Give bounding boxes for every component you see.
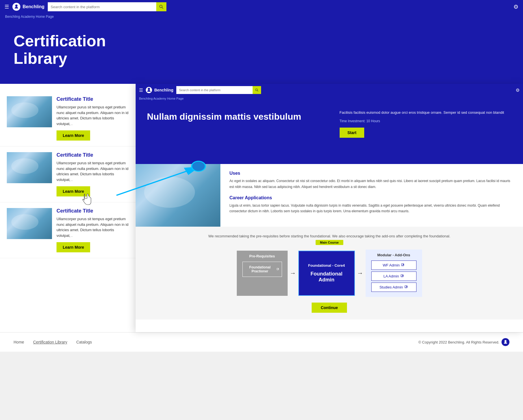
footer-link-cert-library[interactable]: Certification Library [33,340,67,344]
foundational-box: Foundational - Core4 Foundational Admin [298,251,355,296]
cert-info-1: Certificate Title Ullamcorper purus sit … [57,96,129,141]
prereq-area: We recommended taking the pre-requisites… [136,227,523,320]
cert-thumb-3 [7,208,52,239]
expanded-detail-panel: ☰ Benchling ⚙ Benchling Academy Ho [136,84,523,332]
cert-title-3: Certificate Title [57,208,129,214]
main-content: Certificate Title Ullamcorper purus sit … [0,84,523,332]
app-title: Benchling [23,4,44,9]
cert-list: Certificate Title Ullamcorper purus sit … [0,84,136,332]
inner-breadcrumb: Benchling Academy Home Page [136,96,523,102]
page-footer: Home Certification Library Catalogs © Co… [0,332,523,352]
learn-more-btn-3[interactable]: Learn More [57,242,90,252]
learn-more-btn-2[interactable]: Learn More [57,186,90,196]
cert-desc-2: Ullamcorper purus sit tempus eget pretiu… [57,160,129,182]
career-title: Career Applications [229,195,514,200]
addons-box-title: Modular - Add-Ons [377,253,410,257]
uses-text: Ac eget in sodales ac aliquam. Consectet… [229,178,514,190]
svg-point-0 [15,5,18,7]
addon-wf-label: WF Admin [383,263,400,267]
search-input[interactable] [48,2,156,11]
addon-la-admin[interactable]: LA Admin [371,272,416,281]
inner-logo: Benchling [146,87,173,93]
cert-desc-1: Ullamcorper purus sit tempus eget pretiu… [57,104,129,126]
detail-hero: Nullam dignissim mattis vestibulum Facil… [136,102,523,164]
footer-copyright: © Copyright 2022 Benchling. All Rights R… [418,338,509,346]
inner-search-button[interactable] [253,86,261,94]
svg-point-1 [160,5,162,8]
cert-title-1: Certificate Title [57,96,129,102]
inner-logo-icon [146,87,152,93]
detail-hero-description: Facilisis facilisis euismod dolor augue … [340,110,514,116]
prereq-item-label: Foundational Practioner [245,265,275,273]
copyright-text: © Copyright 2022 Benchling. All Rights R… [418,340,499,344]
breadcrumb-item: Benchling Academy Home Page [5,15,54,19]
prereq-box: Pre-Requisites Foundational Practioner [237,251,288,296]
inner-navbar: ☰ Benchling ⚙ [136,84,523,96]
cert-info-2: Certificate Title Ullamcorper purus sit … [57,152,129,196]
logo-area: Benchling [12,3,44,11]
cert-desc-3: Ullamcorper purus sit tempus eget pretiu… [57,216,129,238]
svg-line-2 [162,7,163,9]
cert-item-1: Certificate Title Ullamcorper purus sit … [0,91,136,146]
svg-line-5 [257,91,258,91]
inner-app-title: Benchling [154,88,173,92]
start-button[interactable]: Start [340,128,364,138]
addons-box: Modular - Add-Ons WF Admin LA Admin Stud… [366,250,422,297]
svg-point-13 [504,340,506,342]
addon-studies-label: Studies Admin [379,285,403,289]
detail-info: Uses Ac eget in sodales ac aliquam. Cons… [220,164,523,227]
cert-item-2: Certificate Title Ullamcorper purus sit … [0,146,136,202]
hero-section: Certification Library [0,21,523,84]
prereq-box-title: Pre-Requisites [249,254,275,258]
search-bar [48,2,166,11]
search-button[interactable] [156,2,166,11]
cert-item-3: Certificate Title Ullamcorper purus sit … [0,202,136,258]
inner-search-bar [176,86,261,94]
outer-page: ☰ Benchling ⚙ Benchling Academy Home Pag… [0,0,523,352]
career-text: Ligula ut enim, lacus tortor sapien lacu… [229,203,514,214]
prereq-note: We recommended taking the pre-requisites… [145,233,514,239]
detail-hero-right: Facilisis facilisis euismod dolor augue … [331,102,523,164]
time-investment: Time Investment: 10 Hours [340,119,514,123]
cert-thumb-1 [7,96,52,127]
arrow-1: → [288,270,298,277]
detail-hero-left: Nullam dignissim mattis vestibulum [136,102,331,164]
cert-title-2: Certificate Title [57,152,129,158]
detail-lab-image [136,164,220,227]
addon-la-label: LA Admin [383,274,399,278]
inner-hamburger-icon[interactable]: ☰ [139,88,143,93]
top-navbar: ☰ Benchling ⚙ [0,0,523,14]
detail-hero-title: Nullam dignissim mattis vestibulum [147,111,322,123]
hamburger-icon[interactable]: ☰ [5,4,9,10]
settings-icon[interactable]: ⚙ [513,3,518,10]
svg-point-4 [255,89,257,91]
footer-link-home[interactable]: Home [14,340,24,344]
page-title: Certification Library [14,32,155,67]
inner-settings-icon[interactable]: ⚙ [516,88,520,93]
footer-links: Home Certification Library Catalogs [14,340,92,344]
cert-thumb-2 [7,152,52,183]
footer-link-catalogs[interactable]: Catalogs [76,340,92,344]
foundational-admin-label: Foundational Admin [302,271,351,283]
uses-title: Uses [229,171,514,176]
breadcrumb: Benchling Academy Home Page [0,14,523,21]
addon-studies-admin[interactable]: Studies Admin [371,283,416,292]
arrow-2: → [355,270,366,277]
main-course-badge: Main Course [315,240,343,245]
prereq-item-button[interactable]: Foundational Practioner [242,262,282,277]
svg-point-3 [148,88,150,90]
footer-logo-icon [502,338,509,346]
benchling-logo-icon [12,3,20,11]
inner-breadcrumb-text: Benchling Academy Home Page [139,97,184,100]
addon-wf-admin[interactable]: WF Admin [371,261,416,270]
learn-more-btn-1[interactable]: Learn More [57,130,90,141]
continue-button[interactable]: Continue [312,303,347,313]
foundational-box-title: Foundational - Core4 [308,263,345,268]
inner-search-input[interactable] [176,86,253,94]
cert-info-3: Certificate Title Ullamcorper purus sit … [57,208,129,252]
detail-body: Uses Ac eget in sodales ac aliquam. Cons… [136,164,523,227]
